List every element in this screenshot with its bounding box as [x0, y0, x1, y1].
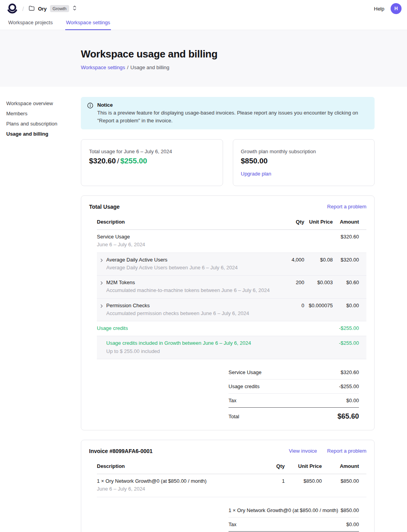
row-unit-price: $0.08 — [304, 257, 333, 263]
view-invoice-link[interactable]: View invoice — [289, 448, 317, 454]
breadcrumb: Workspace settings / Usage and billing — [81, 64, 407, 70]
panel-title: Total Usage — [89, 204, 120, 210]
row-amount: $0.60 — [333, 279, 366, 286]
summary-row-total: Total $65.60 — [228, 408, 359, 421]
row-subtitle: Average Daily Active Users between June … — [106, 265, 238, 271]
col-amount: Amount — [333, 219, 366, 225]
settings-sidebar: Workspace overview Members Plans and sub… — [6, 97, 81, 532]
row-subtitle: Accumulated machine-to-machine tokens be… — [106, 287, 270, 294]
summary-row: Tax $0.00 — [228, 394, 359, 408]
total-usage-card: Total usage for June 6 – July 6, 2024 $3… — [81, 139, 223, 186]
invoice-totals: 1 × Ory Network Growth@0 (at $850.00 / m… — [228, 503, 359, 532]
usage-totals: Service Usage $320.60 Usage credits -$25… — [228, 365, 359, 421]
row-title: 1 × Ory Network Growth@0 (at $850.00 / m… — [97, 478, 207, 484]
summary-row: Service Usage $320.60 — [228, 365, 359, 380]
row-title: Permission Checks — [106, 303, 249, 309]
col-description: Description — [97, 219, 281, 225]
row-qty: 200 — [281, 279, 304, 286]
row-unit-price: $0.000075 — [304, 303, 333, 309]
upgrade-plan-link[interactable]: Upgrade plan — [241, 171, 367, 177]
tab-workspace-projects[interactable]: Workspace projects — [7, 17, 54, 30]
breadcrumb-separator: / — [127, 64, 129, 70]
notice-title: Notice — [97, 102, 368, 108]
usage-credit-amount: $255.00 — [120, 157, 147, 165]
row-amount: -$255.00 — [333, 340, 366, 346]
info-icon — [87, 102, 93, 124]
table-row: M2M Tokens Accumulated machine-to-machin… — [97, 276, 366, 299]
workspace-name: Ory — [38, 6, 46, 12]
subscription-amount: $850.00 — [241, 157, 367, 166]
summary-row: Usage credits -$255.00 — [228, 380, 359, 394]
table-row: Usage credits -$255.00 — [97, 321, 366, 336]
row-amount: $0.00 — [333, 303, 366, 309]
table-row: Average Daily Active Users Average Daily… — [97, 253, 366, 276]
col-description: Description — [97, 463, 261, 469]
invoice-panel: Invoice #8099AFA6-0001 View invoice Repo… — [81, 440, 375, 532]
sidebar-item-plans-and-subscription[interactable]: Plans and subscription — [6, 121, 81, 127]
row-title: Average Daily Active Users — [106, 257, 238, 263]
col-qty: Qty — [261, 463, 285, 469]
chevron-updown-icon[interactable] — [72, 5, 77, 12]
preview-notice: Notice This is a preview feature for dis… — [81, 97, 375, 129]
tab-workspace-settings[interactable]: Workspace settings — [65, 17, 111, 30]
total-usage-panel: Total Usage Report a problem Description… — [81, 195, 375, 430]
summary-row: Tax $0.00 — [228, 518, 359, 532]
subscription-card: Growth plan monthly subscription $850.00… — [233, 139, 375, 186]
table-row: Permission Checks Accumulated permission… — [97, 299, 366, 322]
notice-body: This is a preview feature for displaying… — [97, 109, 368, 124]
avatar[interactable]: H — [391, 3, 402, 14]
row-qty: 0 — [281, 303, 304, 309]
row-title: Usage credits included in Growth between… — [106, 340, 251, 346]
row-amount: $850.00 — [322, 478, 366, 484]
total-usage-amount: $320.60/$255.00 — [89, 157, 215, 166]
invoice-title: Invoice #8099AFA6-0001 — [89, 448, 153, 454]
col-unit-price: Unit Price — [285, 463, 322, 469]
sidebar-item-usage-and-billing[interactable]: Usage and billing — [6, 131, 81, 138]
table-header: Description Qty Unit Price Amount — [97, 460, 366, 474]
row-unit-price: $850.00 — [285, 478, 322, 484]
page-title: Workspace usage and billing — [81, 48, 407, 60]
row-subtitle: June 6 – July 6, 2024 — [97, 486, 207, 492]
summary-row: 1 × Ory Network Growth@0 (at $850.00 / m… — [228, 503, 359, 518]
row-subtitle: Accumulated permission checks between Ju… — [106, 310, 249, 317]
row-title: Usage credits — [97, 325, 128, 331]
topbar: / Ory Growth Help H — [0, 0, 407, 17]
breadcrumb-current: Usage and billing — [130, 64, 170, 70]
sidebar-item-workspace-overview[interactable]: Workspace overview — [6, 100, 81, 107]
row-subtitle: June 6 – July 6, 2024 — [97, 242, 145, 248]
table-row: Service Usage June 6 – July 6, 2024 $320… — [97, 230, 366, 253]
expand-chevron-icon[interactable] — [97, 279, 106, 285]
subscription-label: Growth plan monthly subscription — [241, 149, 367, 154]
report-problem-link[interactable]: Report a problem — [327, 448, 366, 454]
workspace-switcher[interactable]: Ory Growth — [29, 5, 77, 13]
topbar-separator: / — [22, 5, 24, 12]
row-amount: $320.60 — [333, 234, 366, 240]
folder-icon — [29, 5, 35, 13]
table-row: Usage credits included in Growth between… — [97, 336, 366, 359]
page-header: Workspace usage and billing Workspace se… — [0, 30, 407, 87]
row-subtitle: Up to $ 255.00 included — [106, 348, 251, 355]
workspace-tabs: Workspace projects Workspace settings — [0, 17, 407, 30]
ory-logo[interactable] — [7, 4, 18, 14]
row-amount: $320.00 — [333, 257, 366, 263]
sidebar-item-members[interactable]: Members — [6, 111, 81, 117]
report-problem-link[interactable]: Report a problem — [327, 204, 366, 210]
col-amount: Amount — [322, 463, 366, 469]
expand-chevron-icon[interactable] — [97, 303, 106, 308]
row-qty: 1 — [261, 478, 285, 484]
row-title: M2M Tokens — [106, 279, 270, 286]
row-amount: -$255.00 — [333, 325, 366, 331]
total-usage-label: Total usage for June 6 – July 6, 2024 — [89, 149, 215, 154]
expand-chevron-icon[interactable] — [97, 257, 106, 263]
breadcrumb-link-workspace-settings[interactable]: Workspace settings — [81, 64, 125, 70]
col-unit-price: Unit Price — [304, 219, 333, 225]
col-qty: Qty — [281, 219, 304, 225]
help-link[interactable]: Help — [374, 6, 384, 12]
row-unit-price: $0.003 — [304, 279, 333, 286]
table-header: Description Qty Unit Price Amount — [97, 215, 366, 230]
workspace-plan-badge: Growth — [50, 5, 69, 12]
row-qty: 4,000 — [281, 257, 304, 263]
table-row: 1 × Ory Network Growth@0 (at $850.00 / m… — [97, 474, 366, 497]
row-title: Service Usage — [97, 234, 145, 240]
